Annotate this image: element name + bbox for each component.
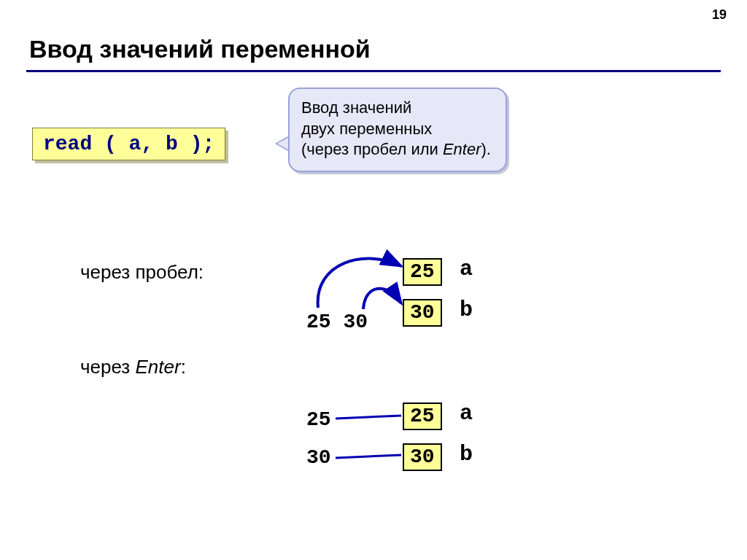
- var-b-space: b: [460, 298, 473, 322]
- line-b-enter: [336, 448, 409, 470]
- value-box-a-enter: 25: [403, 402, 442, 430]
- callout-line2: двух переменных: [301, 120, 432, 138]
- page-number: 19: [712, 7, 727, 23]
- var-a-space: a: [460, 257, 473, 281]
- svg-line-1: [336, 455, 401, 458]
- callout-line3-em: Enter: [443, 140, 481, 158]
- callout-box: Ввод значений двух переменных (через про…: [288, 88, 507, 172]
- value-box-b-enter: 30: [403, 443, 442, 471]
- input-space: 25 30: [306, 311, 368, 333]
- title-underline: [26, 70, 721, 72]
- callout-line1: Ввод значений: [301, 98, 411, 117]
- label-enter-em: Enter: [136, 356, 181, 378]
- callout-line3-prefix: (через пробел или: [301, 140, 443, 158]
- code-read-ab: read ( a, b );: [32, 128, 225, 160]
- svg-line-0: [336, 416, 401, 419]
- var-b-enter: b: [460, 442, 473, 467]
- label-space: через пробел:: [80, 261, 204, 284]
- line-a-enter: [336, 408, 409, 430]
- callout-line3-suffix: ).: [481, 140, 491, 158]
- value-box-b-space: 30: [403, 299, 442, 327]
- label-enter: через Enter:: [80, 356, 186, 378]
- input-enter-1: 25: [306, 408, 331, 431]
- label-enter-prefix: через: [80, 356, 136, 378]
- slide-title: Ввод значений переменной: [29, 35, 371, 63]
- var-a-enter: a: [460, 401, 473, 426]
- label-enter-suffix: :: [181, 356, 186, 378]
- input-enter-2: 30: [306, 446, 331, 469]
- value-box-a-space: 25: [403, 258, 442, 286]
